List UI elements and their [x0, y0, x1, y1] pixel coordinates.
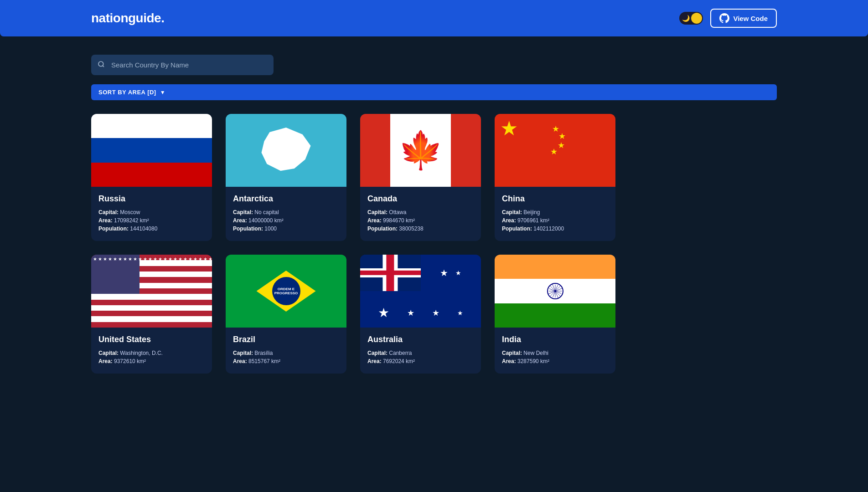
country-capital: Capital: Beijing	[502, 209, 608, 215]
country-area: Area: 3287590 km²	[502, 358, 608, 364]
country-area: Area: 17098242 km²	[98, 217, 205, 224]
flag-china: ★ ★ ★ ★ ★	[495, 114, 615, 187]
country-area: Area: 8515767 km²	[233, 358, 339, 364]
moon-icon: 🌙	[682, 15, 690, 22]
chevron-down-icon: ▼	[160, 89, 165, 96]
github-icon	[719, 13, 729, 23]
antarctica-continent-shape	[259, 128, 314, 173]
country-population: Population: 1000	[233, 226, 339, 232]
southern-cross-star: ★	[440, 267, 448, 278]
svg-line-1	[103, 66, 104, 67]
country-capital: Capital: Brasília	[233, 350, 339, 356]
country-capital: Capital: Ottawa	[367, 209, 474, 215]
union-jack	[360, 255, 421, 291]
aus-star-3: ★	[457, 309, 463, 317]
flag-usa: ★★★★★★★★★★★★★★★★★★★★★★★★★★★★★★★★★★★★★★★★…	[91, 255, 212, 328]
maple-leaf-icon: 🍁	[398, 132, 444, 169]
country-area: Area: 9984670 km²	[367, 217, 474, 224]
main-content: SORT BY AREA [D] ▼ Russia Capital: Mosco…	[0, 36, 868, 392]
view-code-label: View Code	[733, 15, 768, 22]
search-input[interactable]	[91, 55, 274, 75]
country-info-china: China Capital: Beijing Area: 9706961 km²…	[495, 187, 615, 241]
flag-india	[495, 255, 615, 328]
country-capital: Capital: New Delhi	[502, 350, 608, 356]
country-capital: Capital: Washington, D.C.	[98, 350, 205, 356]
country-name: Australia	[367, 335, 474, 344]
flag-australia: ★ ★ ★ ★ ★ ★	[360, 255, 481, 328]
navbar-right: 🌙 View Code	[679, 9, 777, 28]
country-card-india[interactable]: India Capital: New Delhi Area: 3287590 k…	[495, 255, 615, 374]
country-info-canada: Canada Capital: Ottawa Area: 9984670 km²…	[360, 187, 481, 241]
flag-antarctica	[226, 114, 346, 187]
china-main-star: ★	[500, 118, 518, 138]
country-capital: Capital: Canberra	[367, 350, 474, 356]
search-icon	[98, 61, 105, 70]
country-card-usa[interactable]: ★★★★★★★★★★★★★★★★★★★★★★★★★★★★★★★★★★★★★★★★…	[91, 255, 212, 374]
country-population: Population: 1402112000	[502, 226, 608, 232]
country-name: Canada	[367, 194, 474, 204]
country-name: Russia	[98, 194, 205, 204]
brazil-text: ORDEM EPROGRESSO	[274, 287, 298, 295]
brand-logo: nationguide.	[91, 11, 164, 26]
sort-dropdown[interactable]: SORT BY AREA [D] ▼	[91, 84, 777, 100]
country-info-russia: Russia Capital: Moscow Area: 17098242 km…	[91, 187, 212, 241]
aus-star-1: ★	[407, 308, 414, 318]
country-card-antarctica[interactable]: Antarctica Capital: No capital Area: 140…	[226, 114, 346, 241]
navbar: nationguide. 🌙 View Code	[0, 0, 868, 36]
country-name: Brazil	[233, 335, 339, 344]
flag-russia	[91, 114, 212, 187]
aus-stars-bottom: ★ ★ ★ ★	[360, 305, 481, 320]
country-name: China	[502, 194, 608, 204]
country-name: India	[502, 335, 608, 344]
ashoka-chakra	[547, 283, 563, 299]
sort-label: SORT BY AREA [D]	[98, 89, 156, 96]
china-star-3: ★	[558, 141, 565, 149]
country-info-brazil: Brazil Capital: Brasília Area: 8515767 k…	[226, 328, 346, 374]
country-capital: Capital: Moscow	[98, 209, 205, 215]
search-container	[91, 55, 274, 75]
country-card-australia[interactable]: ★ ★ ★ ★ ★ ★ Australia Capital: Canberra …	[360, 255, 481, 374]
country-card-russia[interactable]: Russia Capital: Moscow Area: 17098242 km…	[91, 114, 212, 241]
china-star-2: ★	[558, 132, 566, 140]
country-card-china[interactable]: ★ ★ ★ ★ ★ China Capital: Beijing Area: 9…	[495, 114, 615, 241]
theme-toggle[interactable]: 🌙	[679, 12, 703, 25]
country-population: Population: 38005238	[367, 226, 474, 232]
brazil-circle: ORDEM EPROGRESSO	[272, 277, 300, 305]
china-star-4: ★	[550, 148, 558, 156]
country-area: Area: 7692024 km²	[367, 358, 474, 364]
countries-grid: Russia Capital: Moscow Area: 17098242 km…	[91, 114, 777, 374]
aus-stars-top: ★ ★	[421, 255, 481, 291]
country-card-canada[interactable]: 🍁 Canada Capital: Ottawa Area: 9984670 k…	[360, 114, 481, 241]
country-area: Area: 14000000 km²	[233, 217, 339, 224]
flag-brazil: ORDEM EPROGRESSO	[226, 255, 346, 328]
country-area: Area: 9706961 km²	[502, 217, 608, 224]
southern-cross-star-sm: ★	[455, 269, 461, 277]
country-area: Area: 9372610 km²	[98, 358, 205, 364]
aus-star-2: ★	[432, 308, 439, 318]
view-code-button[interactable]: View Code	[710, 9, 777, 28]
country-info-antarctica: Antarctica Capital: No capital Area: 140…	[226, 187, 346, 241]
country-info-usa: United States Capital: Washington, D.C. …	[91, 328, 212, 374]
country-name: Antarctica	[233, 194, 339, 204]
country-info-india: India Capital: New Delhi Area: 3287590 k…	[495, 328, 615, 374]
usa-canton: ★★★★★★★★★★★★★★★★★★★★★★★★★★★★★★★★★★★★★★★★…	[91, 255, 140, 294]
country-capital: Capital: No capital	[233, 209, 339, 215]
country-name: United States	[98, 335, 205, 344]
country-info-australia: Australia Capital: Canberra Area: 769202…	[360, 328, 481, 374]
brazil-diamond: ORDEM EPROGRESSO	[257, 271, 316, 312]
commonwealth-star: ★	[378, 305, 389, 320]
svg-point-0	[98, 62, 103, 67]
country-card-brazil[interactable]: ORDEM EPROGRESSO Brazil Capital: Brasíli…	[226, 255, 346, 374]
flag-canada: 🍁	[360, 114, 481, 187]
sun-icon	[691, 13, 702, 24]
country-population: Population: 144104080	[98, 226, 205, 232]
